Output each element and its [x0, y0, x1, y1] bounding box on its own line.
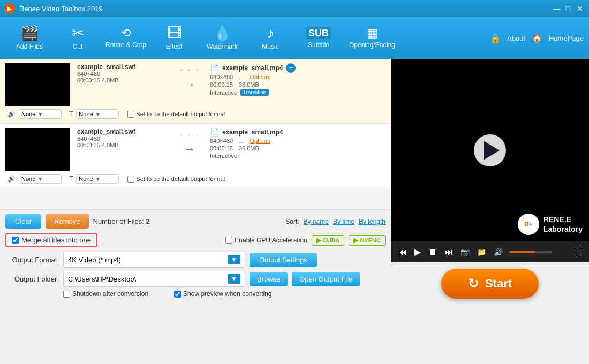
folder-label: Output Folder: [5, 275, 59, 283]
merge-checkbox[interactable] [12, 237, 19, 244]
file-1-input-time: 00:00:15 4.0MB [77, 77, 170, 84]
skip-back-button[interactable]: ⏮ [397, 246, 408, 258]
add-files-icon: 🎬 [20, 26, 39, 41]
gpu-area: Enable GPU Acceleration ▶ CUDA ▶ NVENC [225, 235, 386, 246]
audio-icon: 🔊 [7, 110, 16, 118]
file-2-input-time: 00:00:15 4.0MB [77, 142, 170, 148]
start-icon: ↻ [468, 276, 479, 291]
volume-button[interactable]: 🔊 [493, 247, 504, 257]
homepage-button[interactable]: HomePage [549, 34, 584, 42]
folder-arrow: ▼ [228, 274, 240, 284]
file-2-text-dropdown[interactable]: None ▼ [76, 174, 119, 184]
bottom-row1: Clear Remove Number of Files: 2 Sort: By… [5, 214, 386, 229]
shutdown-checkbox[interactable] [63, 291, 70, 298]
sort-by-length[interactable]: By length [359, 218, 386, 225]
toolbar-effect[interactable]: 🎞 Effect [150, 19, 198, 57]
preview-checkbox[interactable] [174, 291, 181, 298]
file-1-options[interactable]: Options [250, 74, 270, 80]
merge-checkbox-label[interactable]: Merge all files into one [5, 233, 97, 247]
file-1-output-name: example_small.mp4 [222, 64, 283, 72]
opening-ending-icon: ▦ [367, 27, 378, 39]
screenshot-button[interactable]: 📷 [459, 247, 471, 257]
clear-button[interactable]: Clear [5, 214, 41, 229]
about-button[interactable]: About [507, 34, 525, 42]
stop-button[interactable]: ⏹ [427, 246, 438, 258]
file-2-default-format[interactable]: Set to be the default output format [127, 176, 225, 183]
folder-button[interactable]: 📁 [476, 247, 487, 257]
format-arrow: ▼ [228, 255, 240, 264]
toolbar-opening-ending[interactable]: ▦ Opening/Ending [343, 19, 402, 57]
watermark-icon: 💧 [213, 26, 232, 41]
music-label: Music [262, 43, 278, 50]
brand-logo: R+ [518, 214, 539, 235]
file-2-audio-dropdown[interactable]: None ▼ [19, 174, 62, 184]
app-icon: ▶ [4, 3, 15, 14]
file-2-thumbnail [5, 128, 70, 171]
file-1-arrow: · · · → [173, 63, 206, 92]
toolbar-music[interactable]: ♪ Music [246, 19, 294, 57]
browse-button[interactable]: Browse [250, 272, 288, 286]
toolbar-cut[interactable]: ✂ Cut [54, 19, 102, 57]
format-select[interactable]: 4K Video (*.mp4) ▼ [63, 252, 245, 268]
file-2-output-icon: 📄 [210, 128, 219, 136]
toolbar-rotate-crop[interactable]: ⟲ Rotate & Crop [102, 19, 150, 57]
file-1-text-dropdown[interactable]: None ▼ [76, 109, 119, 119]
sort-by-name[interactable]: By name [304, 218, 329, 225]
cut-icon: ✂ [72, 26, 84, 41]
gpu-checkbox[interactable] [225, 237, 232, 244]
bottom-row2: Merge all files into one Enable GPU Acce… [5, 233, 386, 247]
toolbar-add-files[interactable]: 🎬 Add Files [5, 19, 54, 57]
file-1-input-dim: 640×480 [77, 71, 170, 77]
nvenc-logo: ▶ [353, 237, 358, 244]
toolbar-subtitle[interactable]: SUB Subtitle [294, 19, 343, 57]
main-area: example_small.swf 640×480 00:00:15 4.0MB… [0, 59, 589, 305]
right-panel: R+ RENE.E Laboratory ⏮ ▶ ⏹ ⏭ 📷 📁 🔊 ⛶ ↻ S… [391, 59, 589, 305]
shutdown-checkbox-label[interactable]: Shutdown after conversion [63, 290, 148, 298]
effect-label: Effect [166, 43, 182, 50]
file-list: example_small.swf 640×480 00:00:15 4.0MB… [0, 59, 391, 209]
file-2-input-dim: 640×480 [77, 135, 170, 142]
nvenc-button[interactable]: ▶ NVENC [349, 235, 386, 246]
folder-select[interactable]: C:\Users\HP\Desktop\ ▼ [63, 271, 245, 287]
file-1-audio-dropdown[interactable]: None ▼ [19, 109, 62, 119]
minimize-button[interactable]: — [552, 4, 561, 13]
start-button[interactable]: ↻ Start [441, 269, 539, 299]
cuda-button[interactable]: ▶ CUDA [312, 235, 345, 246]
sort-by-time[interactable]: By time [333, 218, 354, 225]
output-settings-button[interactable]: Output Settings [250, 253, 317, 267]
bottom-controls: Clear Remove Number of Files: 2 Sort: By… [0, 209, 391, 305]
opening-ending-label: Opening/Ending [349, 41, 395, 49]
play-button-preview[interactable] [474, 134, 506, 166]
file-1-default-format[interactable]: Set to be the default output format [127, 111, 225, 118]
remove-button[interactable]: Remove [46, 214, 88, 229]
file-1-default-format-checkbox[interactable] [127, 111, 134, 118]
cut-label: Cut [73, 43, 83, 50]
left-panel: example_small.swf 640×480 00:00:15 4.0MB… [0, 59, 391, 305]
fullscreen-button[interactable]: ⛶ [574, 247, 583, 257]
play-triangle-icon [484, 141, 500, 160]
volume-slider[interactable] [509, 251, 552, 253]
open-output-button[interactable]: Open Output File [292, 272, 360, 286]
brand-area: R+ RENE.E Laboratory [518, 214, 583, 235]
audio-icon-2: 🔊 [7, 175, 16, 183]
video-preview: R+ RENE.E Laboratory [391, 59, 589, 241]
preview-checkbox-label[interactable]: Show preview when converting [174, 290, 271, 298]
maximize-button[interactable]: □ [563, 4, 573, 13]
app-title: Renee Video Toolbox 2019 [19, 5, 552, 13]
toolbar-watermark[interactable]: 💧 Watermark [198, 19, 246, 57]
cuda-logo: ▶ [316, 237, 321, 244]
file-row-2: example_small.swf 640×480 00:00:15 4.0MB… [0, 124, 391, 188]
file-row-1: example_small.swf 640×480 00:00:15 4.0MB… [0, 59, 391, 124]
file-2-options[interactable]: Options [250, 138, 270, 144]
bottom-row3: Output Format: 4K Video (*.mp4) ▼ Output… [5, 252, 386, 268]
add-output-icon[interactable]: + [286, 63, 296, 73]
file-1-interactive: Interactive [210, 89, 237, 96]
file-2-default-format-checkbox[interactable] [127, 176, 134, 183]
close-button[interactable]: ✕ [575, 4, 585, 13]
sort-area: Sort: By name By time By length [285, 218, 386, 225]
text-icon-2: T [69, 175, 73, 183]
gpu-checkbox-label[interactable]: Enable GPU Acceleration [225, 237, 307, 244]
file-2-interactive: Interactive [210, 153, 237, 159]
skip-forward-button[interactable]: ⏭ [443, 246, 454, 258]
play-pause-button[interactable]: ▶ [413, 246, 422, 258]
